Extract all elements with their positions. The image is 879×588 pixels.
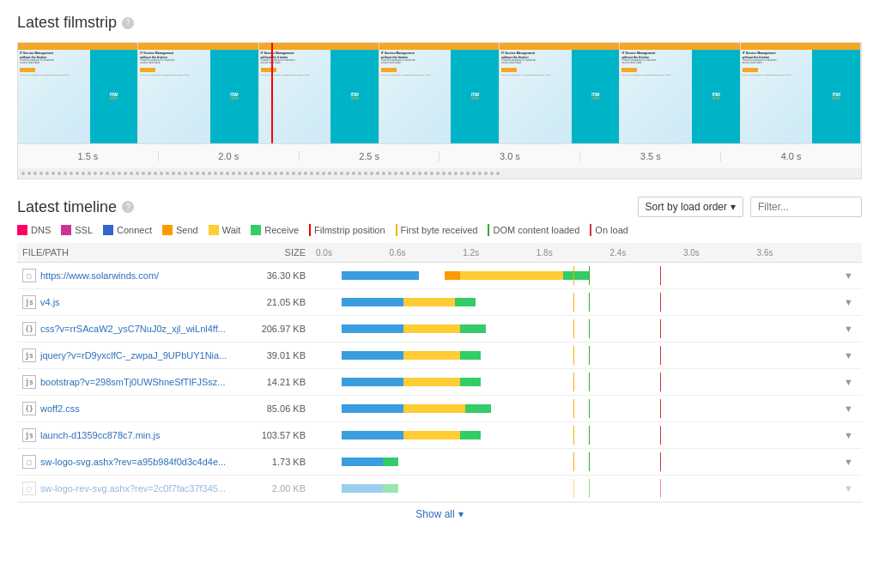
scrubber-dot: [64, 172, 67, 175]
bar-segment: [465, 404, 491, 413]
expand-button[interactable]: ▼: [840, 350, 857, 361]
expand-cell[interactable]: ▼: [835, 316, 862, 342]
filmstrip-frame[interactable]: IT Service Managementwithout the frictio…: [620, 43, 740, 143]
scrubber-dot: [112, 172, 115, 175]
page-wrapper: Latest filmstrip ? IT Service Management…: [0, 0, 879, 539]
scrubber-dot: [472, 172, 476, 175]
vline: [589, 266, 590, 285]
scrubber-dot: [214, 172, 217, 175]
file-name: woff2.css: [40, 403, 80, 414]
file-cell: js v4.js: [17, 289, 251, 316]
legend-item: DNS: [17, 225, 51, 235]
scrubber-dot: [316, 172, 319, 175]
vline: [660, 346, 661, 365]
scrubber-dot: [268, 172, 271, 175]
legend-item: SSL: [61, 225, 93, 235]
scrubber-dot: [52, 172, 55, 175]
bar-segment: [460, 431, 481, 439]
scrubber-dot: [172, 172, 175, 175]
legend-label: First byte received: [401, 225, 478, 235]
scrubber-dot: [94, 172, 97, 175]
expand-button[interactable]: ▼: [840, 483, 857, 494]
filmstrip-frame[interactable]: IT Service Managementwithout the frictio…: [18, 43, 138, 143]
expand-cell[interactable]: ▼: [835, 449, 862, 476]
timeline-title: Latest timeline ?: [17, 198, 134, 216]
vline: [660, 399, 661, 418]
bar-segment: [455, 298, 476, 306]
timeline-info-icon[interactable]: ?: [122, 201, 134, 213]
expand-button[interactable]: ▼: [840, 377, 857, 387]
file-name: launch-d1359cc878c7.min.js: [40, 430, 160, 440]
expand-cell[interactable]: ▼: [835, 396, 862, 422]
vline: [660, 426, 661, 445]
vline: [660, 479, 661, 498]
file-icon: □: [22, 269, 36, 282]
filmstrip-frame[interactable]: IT Service Managementwithout the frictio…: [138, 43, 258, 143]
scrubber-dot: [208, 172, 211, 175]
filmstrip-info-icon[interactable]: ?: [122, 17, 134, 29]
expand-button[interactable]: ▼: [840, 403, 857, 414]
scrubber-dot: [430, 172, 433, 175]
filmstrip-position-line: [271, 43, 273, 143]
axis-label: 0.6s: [390, 248, 464, 258]
scrubber-dot: [196, 172, 199, 175]
scrubber-dot: [118, 172, 121, 175]
filmstrip-timeline: 1.5 s2.0 s2.5 s3.0 s3.5 s4.0 s: [18, 144, 861, 168]
scrubber-dot: [334, 172, 337, 175]
scrubber-dot: [484, 172, 488, 175]
size-cell: 36.30 KB: [251, 263, 311, 289]
filmstrip-frame[interactable]: IT Service Managementwithout the frictio…: [500, 43, 620, 143]
filmstrip-section: Latest filmstrip ? IT Service Management…: [17, 14, 862, 179]
axis-label: 1.8s: [536, 248, 610, 258]
legend-item: On load: [590, 224, 628, 236]
file-icon: js: [22, 428, 36, 442]
filmstrip-tick: 4.0 s: [721, 151, 861, 161]
expand-cell[interactable]: ▼: [835, 369, 862, 396]
expand-button[interactable]: ▼: [840, 430, 857, 440]
legend-label: Send: [176, 225, 198, 235]
filter-input[interactable]: [750, 197, 862, 217]
size-cell: 2.00 KB: [251, 476, 311, 502]
file-name: v4.js: [40, 297, 60, 307]
scrubber-dot: [490, 172, 494, 175]
table-row: □ sw-logo-svg.ashx?rev=a95b984f0d3c4d4e.…: [17, 449, 862, 476]
scrubber-dot: [412, 172, 415, 175]
file-cell: js bootstrap?v=298smTj0UWShneSfTlFJSsz..…: [17, 369, 251, 396]
file-icon: {}: [22, 322, 36, 336]
scrubber-dot: [226, 172, 229, 175]
file-name: css?v=rrSAcaW2_ysC7NuJ0z_xjl_wiLnl4ff...: [40, 324, 226, 334]
file-name: sw-logo-rev-svg.ashx?rev=2c0f7fac37f345.…: [40, 483, 226, 494]
filmstrip-frame[interactable]: IT Service Managementwithout the frictio…: [741, 43, 861, 143]
filmstrip-frame[interactable]: IT Service Managementwithout the frictio…: [379, 43, 500, 143]
legend-line-marker: [396, 224, 397, 236]
size-cell: 103.57 KB: [251, 422, 311, 449]
expand-cell[interactable]: ▼: [835, 289, 862, 316]
expand-button[interactable]: ▼: [840, 457, 857, 467]
expand-cell[interactable]: ▼: [835, 422, 862, 449]
show-all-button[interactable]: Show all ▾: [17, 502, 862, 525]
filmstrip-tick: 2.0 s: [159, 151, 300, 161]
filmstrip-scrubber[interactable]: [18, 168, 861, 179]
expand-button[interactable]: ▼: [840, 270, 857, 281]
expand-button[interactable]: ▼: [840, 297, 857, 307]
vline: [589, 399, 590, 418]
scrubber-dot: [454, 172, 458, 175]
sort-label: Sort by load order: [646, 201, 727, 213]
sort-select[interactable]: Sort by load order ▾: [638, 197, 743, 217]
vline: [589, 373, 590, 391]
scrubber-dot: [190, 172, 193, 175]
scrubber-dot: [400, 172, 403, 175]
vline: [573, 452, 574, 471]
timeline-controls: Sort by load order ▾: [638, 197, 862, 217]
expand-cell[interactable]: ▼: [835, 263, 862, 289]
file-icon: □: [22, 455, 36, 469]
expand-cell[interactable]: ▼: [835, 342, 862, 369]
scrubber-dot: [382, 172, 385, 175]
expand-button[interactable]: ▼: [840, 324, 857, 334]
legend-item: Receive: [251, 225, 299, 235]
expand-cell[interactable]: ▼: [835, 476, 862, 502]
scrubber-dot: [304, 172, 307, 175]
bar-segment: [403, 298, 455, 306]
bar-segment: [403, 351, 460, 360]
filmstrip-frame[interactable]: IT Service Managementwithout the frictio…: [259, 43, 379, 143]
